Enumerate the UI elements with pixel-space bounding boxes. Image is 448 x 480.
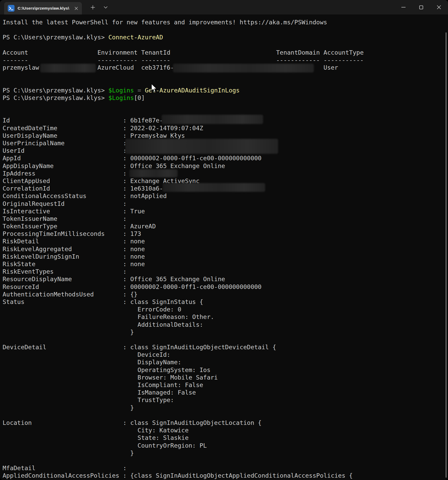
terminal-line: UserDisplayName : Przemysław Kłys (3, 132, 448, 140)
terminal-line: PS C:\Users\przemyslaw.klys> $Logins[0] (3, 94, 448, 102)
redacted-value (40, 64, 96, 72)
terminal-line: City: Katowice (3, 427, 448, 434)
terminal-line: ConditionalAccessStatus : notApplied (3, 192, 448, 200)
terminal-line: TokenIssuerName : (3, 215, 448, 223)
terminal-line: Location : class SignInAuditLogObjectLoc… (3, 419, 448, 427)
terminal-line (3, 102, 448, 109)
terminal-line: DeviceDetail : class SignInAuditLogObjec… (3, 344, 448, 351)
terminal-window: C:\Users\przemyslaw.klys\App (0, 0, 448, 480)
terminal-line: DeviceId: (3, 351, 448, 359)
terminal-line: CreatedDateTime : 2022-02-14T09:07:04Z (3, 125, 448, 132)
terminal-line: } (3, 329, 448, 336)
terminal-line: Account Environment TenantId TenantDomai… (3, 49, 448, 56)
maximize-icon (419, 5, 423, 9)
terminal-line: IsManaged: False (3, 389, 448, 396)
terminal-line: MfaDetail : (3, 464, 448, 472)
terminal-line (3, 336, 448, 344)
tab-dropdown-button[interactable] (101, 3, 110, 12)
close-window-button[interactable] (431, 0, 447, 14)
terminal-line: IsCompliant: False (3, 381, 448, 389)
terminal-line: IpAddress : (3, 170, 448, 177)
terminal-line: AuthenticationMethodsUsed : {} (3, 291, 448, 298)
redacted-value (125, 139, 278, 154)
close-icon (437, 5, 441, 9)
terminal-line (3, 41, 448, 49)
terminal-line: FailureReason: Other. (3, 313, 448, 321)
powershell-icon (8, 5, 15, 12)
terminal-line: PS C:\Users\przemyslaw.klys> Connect-Azu… (3, 34, 448, 41)
terminal-line: } (3, 404, 448, 412)
close-icon (75, 7, 78, 10)
titlebar-drag-region[interactable]: C:\Users\przemyslaw.klys\App (0, 0, 448, 14)
terminal-line: IsInteractive : True (3, 208, 448, 215)
terminal-line: RiskEventTypes : (3, 268, 448, 275)
terminal-line: RiskLevelDuringSignIn : none (3, 253, 448, 260)
terminal-line: RiskState : none (3, 260, 448, 268)
maximize-button[interactable] (413, 0, 429, 14)
tab-title: C:\Users\przemyslaw.klys\App (18, 6, 69, 11)
plus-icon (91, 5, 95, 10)
terminal-line: State: Slaskie (3, 434, 448, 442)
chevron-down-icon (104, 6, 107, 9)
scrollbar-thumb[interactable] (446, 32, 446, 478)
terminal-line: PS C:\Users\przemyslaw.klys> $Logins = G… (3, 87, 448, 94)
terminal-line (3, 26, 448, 34)
terminal-line: Status : class SignInStatus { (3, 298, 448, 306)
terminal-line: OriginalRequestId : (3, 200, 448, 208)
terminal-line: AppliedConditionalAccessPolicies : {clas… (3, 472, 448, 479)
redacted-value (163, 183, 265, 192)
terminal-line: RiskLevelAggregated : none (3, 245, 448, 253)
terminal-lines: Install the latest PowerShell for new fe… (3, 19, 448, 479)
new-tab-button[interactable] (88, 3, 97, 12)
terminal-line: CountryOrRegion: PL (3, 442, 448, 449)
terminal-line: TokenIssuerType : AzureAD (3, 223, 448, 230)
terminal-line (3, 457, 448, 464)
terminal-line: ResourceId : 00000002-0000-0ff1-ce00-000… (3, 283, 448, 291)
terminal-line: AppId : 00000002-0000-0ff1-ce00-00000000… (3, 155, 448, 162)
terminal-line: AdditionalDetails: (3, 321, 448, 329)
redacted-value (173, 64, 314, 72)
terminal-line (3, 79, 448, 87)
terminal-line: ErrorCode: 0 (3, 306, 448, 313)
terminal-line: Install the latest PowerShell for new fe… (3, 19, 448, 26)
terminal-line (3, 71, 448, 79)
terminal-line: ------- ----------- -------- -----------… (3, 56, 448, 64)
terminal-line: RiskDetail : none (3, 238, 448, 245)
terminal-line: ProcessingTimeInMilliseconds : 173 (3, 230, 448, 238)
minimize-icon (401, 7, 406, 8)
redacted-value (129, 169, 178, 177)
terminal-line (3, 412, 448, 419)
terminal-line: DisplayName: (3, 359, 448, 366)
terminal-line: OperatingSystem: Ios (3, 366, 448, 374)
redacted-value (162, 115, 263, 124)
tab-close-button[interactable] (73, 5, 79, 11)
minimize-button[interactable] (395, 0, 411, 14)
terminal-line: ResourceDisplayName : Office 365 Exchang… (3, 275, 448, 283)
terminal-content[interactable]: Install the latest PowerShell for new fe… (0, 14, 448, 480)
terminal-line: TrustType: (3, 396, 448, 404)
terminal-line: } (3, 449, 448, 457)
terminal-line: AppDisplayName : Office 365 Exchange Onl… (3, 162, 448, 170)
tab-powershell[interactable]: C:\Users\przemyslaw.klys\App (4, 2, 82, 14)
terminal-line: Browser: Mobile Safari (3, 374, 448, 381)
